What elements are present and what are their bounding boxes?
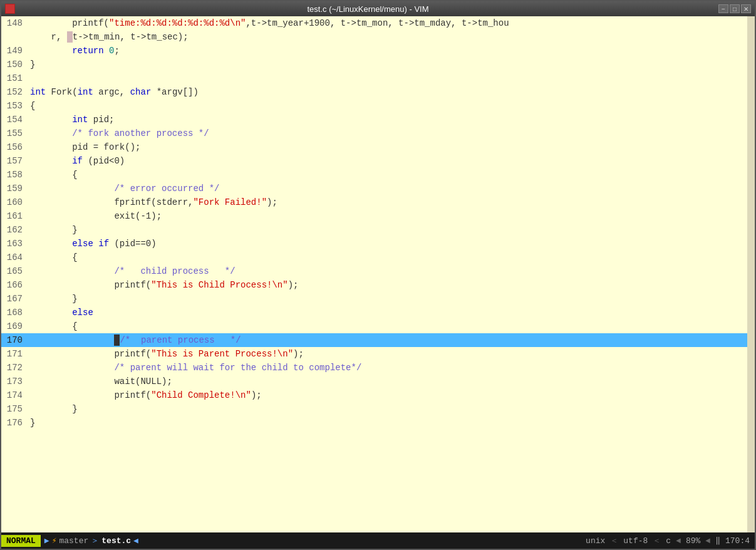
scroll-percent: 89% — [686, 536, 700, 546]
cursor-position: ‖ — [715, 536, 720, 546]
titlebar-left — [1, 4, 18, 14]
code-line: 153{ — [1, 99, 747, 113]
code-line: 174 printf("Child Complete!\n"); — [1, 388, 747, 402]
line-content: } — [28, 223, 747, 237]
close-button[interactable]: ✕ — [741, 4, 751, 13]
line-number: 155 — [1, 127, 28, 140]
line-number: 169 — [1, 319, 28, 333]
line-content: printf("This is Child Process!\n"); — [28, 278, 747, 292]
line-number: 150 — [1, 58, 28, 71]
line-content — [28, 71, 747, 85]
line-content: /* parent will wait for the child to com… — [28, 361, 747, 375]
line-content: else — [28, 306, 747, 319]
code-line: 170 /* parent process */ — [1, 333, 747, 347]
code-line: 165 /* child process */ — [1, 264, 747, 278]
code-line: 160 fprintf(stderr,"Fork Failed!"); — [1, 195, 747, 209]
line-content: r, t->tm_min, t->tm_sec); — [28, 30, 747, 44]
line-number: 152 — [1, 85, 28, 99]
line-content: } — [28, 402, 747, 416]
window-controls[interactable]: − □ ✕ — [718, 4, 755, 13]
code-line: 158 { — [1, 168, 747, 182]
line-number: 148 — [1, 16, 28, 30]
line-content: printf("This is Parent Process!\n"); — [28, 347, 747, 361]
git-lightning-icon: ⚡ — [52, 536, 57, 546]
line-content: printf("Child Complete!\n"); — [28, 388, 747, 402]
code-line: 172 /* parent will wait for the child to… — [1, 361, 747, 375]
path-separator: ＞ — [91, 535, 99, 546]
line-content: int pid; — [28, 113, 747, 127]
line-number: 166 — [1, 278, 28, 292]
line-number: 170 — [1, 333, 28, 347]
line-number: 158 — [1, 168, 28, 182]
code-line: 176} — [1, 416, 747, 430]
sep2: ＜ — [653, 535, 661, 546]
maximize-button[interactable]: □ — [730, 4, 740, 13]
line-number: 176 — [1, 416, 28, 430]
line-number: 174 — [1, 388, 28, 402]
line-number: 171 — [1, 347, 28, 361]
code-area: 148 printf("time:%d:%d:%d:%d:%d:%d\n",t-… — [1, 16, 747, 532]
line-content: /* error occurred */ — [28, 182, 747, 195]
modified-indicator: ◀ — [133, 536, 138, 546]
code-line: 162 } — [1, 223, 747, 237]
code-line: 168 else — [1, 306, 747, 319]
line-content: return 0; — [28, 44, 747, 58]
code-line: 166 printf("This is Child Process!\n"); — [1, 278, 747, 292]
line-content: { — [28, 168, 747, 182]
line-content: /* fork another process */ — [28, 127, 747, 140]
line-number: 168 — [1, 306, 28, 319]
line-content: else if (pid==0) — [28, 237, 747, 251]
code-line: 152int Fork(int argc, char *argv[]) — [1, 85, 747, 99]
line-number: 161 — [1, 209, 28, 223]
line-content: wait(NULL); — [28, 375, 747, 388]
line-col: 170:4 — [725, 536, 750, 546]
line-content: { — [28, 251, 747, 264]
line-number: 153 — [1, 99, 28, 113]
git-branch-icon: ▶ — [44, 536, 49, 546]
line-content: { — [28, 319, 747, 333]
code-line: 169 { — [1, 319, 747, 333]
line-number: 156 — [1, 140, 28, 154]
line-content: } — [28, 292, 747, 306]
window-title: test.c (~/LinuxKernel/menu) - VIM — [18, 4, 718, 14]
line-number: 151 — [1, 71, 28, 85]
vim-mode-badge: NORMAL — [1, 535, 41, 547]
line-number: 159 — [1, 182, 28, 195]
sep3: ◄ — [676, 536, 681, 546]
statusbar: NORMAL ▶ ⚡ master ＞ test.c ◀ unix ＜ utf-… — [1, 532, 755, 549]
line-content: printf("time:%d:%d:%d:%d:%d:%d\n",t->tm_… — [28, 16, 747, 30]
line-content: { — [28, 99, 747, 113]
right-status: unix ＜ utf-8 ＜ c ◄ 89% ◄ ‖ 170:4 — [586, 535, 750, 546]
line-content: } — [28, 58, 747, 71]
code-line: 167 } — [1, 292, 747, 306]
code-line: 161 exit(-1); — [1, 209, 747, 223]
line-content: /* child process */ — [28, 264, 747, 278]
code-line: 163 else if (pid==0) — [1, 237, 747, 251]
editor-body: 148 printf("time:%d:%d:%d:%d:%d:%d\n",t-… — [1, 16, 755, 532]
line-number: 149 — [1, 44, 28, 58]
code-line: 156 pid = fork(); — [1, 140, 747, 154]
line-content: fprintf(stderr,"Fork Failed!"); — [28, 195, 747, 209]
code-line: 151 — [1, 71, 747, 85]
code-line: 154 int pid; — [1, 113, 747, 127]
vim-window: test.c (~/LinuxKernel/menu) - VIM − □ ✕ … — [0, 0, 756, 550]
scrollbar[interactable] — [747, 16, 755, 532]
editor[interactable]: 148 printf("time:%d:%d:%d:%d:%d:%d\n",t-… — [1, 16, 747, 532]
line-content: pid = fork(); — [28, 140, 747, 154]
file-type: c — [666, 536, 671, 546]
line-number: 157 — [1, 154, 28, 168]
line-content: exit(-1); — [28, 209, 747, 223]
line-content: } — [28, 416, 747, 430]
line-content: /* parent process */ — [28, 333, 747, 347]
line-number: 164 — [1, 251, 28, 264]
minimize-button[interactable]: − — [718, 4, 728, 13]
file-format: unix — [586, 536, 605, 546]
line-number: 165 — [1, 264, 28, 278]
file-encoding: utf-8 — [623, 536, 648, 546]
line-number — [1, 30, 28, 44]
git-branch-name: master — [59, 536, 88, 546]
app-icon — [5, 4, 15, 14]
line-number: 167 — [1, 292, 28, 306]
line-number: 163 — [1, 237, 28, 251]
sep4: ◄ — [705, 536, 710, 546]
